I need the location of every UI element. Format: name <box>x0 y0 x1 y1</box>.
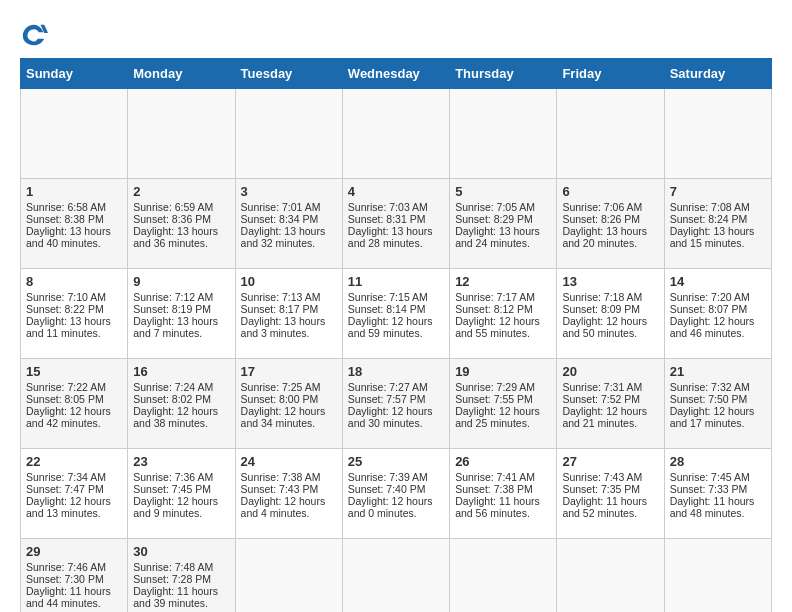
day-number: 22 <box>26 454 122 469</box>
calendar-cell: 28Sunrise: 7:45 AMSunset: 7:33 PMDayligh… <box>664 449 771 539</box>
calendar-cell: 26Sunrise: 7:41 AMSunset: 7:38 PMDayligh… <box>450 449 557 539</box>
day-number: 30 <box>133 544 229 559</box>
calendar-cell: 17Sunrise: 7:25 AMSunset: 8:00 PMDayligh… <box>235 359 342 449</box>
calendar-cell <box>235 89 342 179</box>
calendar-cell: 14Sunrise: 7:20 AMSunset: 8:07 PMDayligh… <box>664 269 771 359</box>
day-number: 12 <box>455 274 551 289</box>
calendar-cell <box>557 539 664 613</box>
calendar-table: SundayMondayTuesdayWednesdayThursdayFrid… <box>20 58 772 612</box>
day-number: 28 <box>670 454 766 469</box>
day-number: 18 <box>348 364 444 379</box>
weekday-header: Friday <box>557 59 664 89</box>
day-number: 8 <box>26 274 122 289</box>
calendar-cell: 11Sunrise: 7:15 AMSunset: 8:14 PMDayligh… <box>342 269 449 359</box>
day-number: 16 <box>133 364 229 379</box>
calendar-cell <box>21 89 128 179</box>
calendar-cell: 13Sunrise: 7:18 AMSunset: 8:09 PMDayligh… <box>557 269 664 359</box>
weekday-header: Sunday <box>21 59 128 89</box>
weekday-header: Monday <box>128 59 235 89</box>
calendar-week-row: 22Sunrise: 7:34 AMSunset: 7:47 PMDayligh… <box>21 449 772 539</box>
day-number: 4 <box>348 184 444 199</box>
day-number: 29 <box>26 544 122 559</box>
calendar-cell <box>664 89 771 179</box>
calendar-cell: 19Sunrise: 7:29 AMSunset: 7:55 PMDayligh… <box>450 359 557 449</box>
page-header <box>20 20 772 48</box>
calendar-cell: 16Sunrise: 7:24 AMSunset: 8:02 PMDayligh… <box>128 359 235 449</box>
calendar-week-row: 1Sunrise: 6:58 AMSunset: 8:38 PMDaylight… <box>21 179 772 269</box>
day-number: 26 <box>455 454 551 469</box>
day-number: 23 <box>133 454 229 469</box>
calendar-cell: 15Sunrise: 7:22 AMSunset: 8:05 PMDayligh… <box>21 359 128 449</box>
day-number: 5 <box>455 184 551 199</box>
day-number: 19 <box>455 364 551 379</box>
day-number: 9 <box>133 274 229 289</box>
day-number: 21 <box>670 364 766 379</box>
day-number: 20 <box>562 364 658 379</box>
calendar-cell: 29Sunrise: 7:46 AMSunset: 7:30 PMDayligh… <box>21 539 128 613</box>
calendar-cell <box>557 89 664 179</box>
calendar-cell: 20Sunrise: 7:31 AMSunset: 7:52 PMDayligh… <box>557 359 664 449</box>
weekday-header: Saturday <box>664 59 771 89</box>
weekday-header: Tuesday <box>235 59 342 89</box>
calendar-week-row: 15Sunrise: 7:22 AMSunset: 8:05 PMDayligh… <box>21 359 772 449</box>
calendar-cell: 23Sunrise: 7:36 AMSunset: 7:45 PMDayligh… <box>128 449 235 539</box>
calendar-cell: 10Sunrise: 7:13 AMSunset: 8:17 PMDayligh… <box>235 269 342 359</box>
day-number: 24 <box>241 454 337 469</box>
logo <box>20 20 52 48</box>
calendar-cell <box>450 539 557 613</box>
calendar-week-row: 8Sunrise: 7:10 AMSunset: 8:22 PMDaylight… <box>21 269 772 359</box>
calendar-cell <box>128 89 235 179</box>
day-number: 14 <box>670 274 766 289</box>
calendar-cell: 9Sunrise: 7:12 AMSunset: 8:19 PMDaylight… <box>128 269 235 359</box>
day-number: 15 <box>26 364 122 379</box>
weekday-header: Thursday <box>450 59 557 89</box>
calendar-cell: 2Sunrise: 6:59 AMSunset: 8:36 PMDaylight… <box>128 179 235 269</box>
calendar-cell: 4Sunrise: 7:03 AMSunset: 8:31 PMDaylight… <box>342 179 449 269</box>
calendar-cell: 6Sunrise: 7:06 AMSunset: 8:26 PMDaylight… <box>557 179 664 269</box>
calendar-cell: 7Sunrise: 7:08 AMSunset: 8:24 PMDaylight… <box>664 179 771 269</box>
calendar-cell: 22Sunrise: 7:34 AMSunset: 7:47 PMDayligh… <box>21 449 128 539</box>
calendar-cell: 21Sunrise: 7:32 AMSunset: 7:50 PMDayligh… <box>664 359 771 449</box>
calendar-cell <box>450 89 557 179</box>
day-number: 17 <box>241 364 337 379</box>
calendar-week-row: 29Sunrise: 7:46 AMSunset: 7:30 PMDayligh… <box>21 539 772 613</box>
day-number: 25 <box>348 454 444 469</box>
calendar-cell: 12Sunrise: 7:17 AMSunset: 8:12 PMDayligh… <box>450 269 557 359</box>
calendar-week-row <box>21 89 772 179</box>
logo-icon <box>20 20 48 48</box>
calendar-cell: 18Sunrise: 7:27 AMSunset: 7:57 PMDayligh… <box>342 359 449 449</box>
day-number: 13 <box>562 274 658 289</box>
day-number: 1 <box>26 184 122 199</box>
calendar-cell: 30Sunrise: 7:48 AMSunset: 7:28 PMDayligh… <box>128 539 235 613</box>
day-number: 27 <box>562 454 658 469</box>
day-number: 2 <box>133 184 229 199</box>
calendar-cell: 1Sunrise: 6:58 AMSunset: 8:38 PMDaylight… <box>21 179 128 269</box>
calendar-cell: 24Sunrise: 7:38 AMSunset: 7:43 PMDayligh… <box>235 449 342 539</box>
day-number: 7 <box>670 184 766 199</box>
calendar-cell <box>235 539 342 613</box>
day-number: 3 <box>241 184 337 199</box>
day-number: 6 <box>562 184 658 199</box>
calendar-cell: 25Sunrise: 7:39 AMSunset: 7:40 PMDayligh… <box>342 449 449 539</box>
day-number: 11 <box>348 274 444 289</box>
calendar-cell <box>664 539 771 613</box>
calendar-cell: 27Sunrise: 7:43 AMSunset: 7:35 PMDayligh… <box>557 449 664 539</box>
day-number: 10 <box>241 274 337 289</box>
calendar-cell: 8Sunrise: 7:10 AMSunset: 8:22 PMDaylight… <box>21 269 128 359</box>
calendar-cell <box>342 89 449 179</box>
header-row: SundayMondayTuesdayWednesdayThursdayFrid… <box>21 59 772 89</box>
calendar-cell: 3Sunrise: 7:01 AMSunset: 8:34 PMDaylight… <box>235 179 342 269</box>
calendar-header: SundayMondayTuesdayWednesdayThursdayFrid… <box>21 59 772 89</box>
calendar-cell <box>342 539 449 613</box>
weekday-header: Wednesday <box>342 59 449 89</box>
calendar-cell: 5Sunrise: 7:05 AMSunset: 8:29 PMDaylight… <box>450 179 557 269</box>
calendar-body: 1Sunrise: 6:58 AMSunset: 8:38 PMDaylight… <box>21 89 772 613</box>
